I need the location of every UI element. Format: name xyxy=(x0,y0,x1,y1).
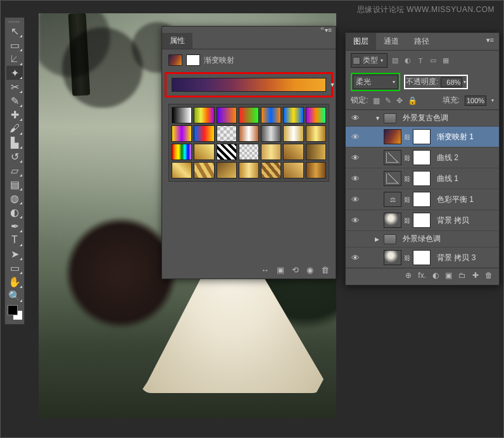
filter-smart-icon[interactable]: ▦ xyxy=(441,56,451,66)
eyedropper-tool[interactable]: ✎ xyxy=(6,94,23,108)
layer-row[interactable]: 👁⛓渐变映射 1 xyxy=(346,127,499,147)
filter-shape-icon[interactable]: ▭ xyxy=(428,56,438,66)
mask-thumb[interactable] xyxy=(413,171,431,186)
fill-stepper-icon[interactable]: ▾ xyxy=(491,97,494,103)
crop-tool[interactable]: ✂ xyxy=(6,80,23,94)
lock-all-icon[interactable]: 🔒 xyxy=(408,96,417,105)
visibility-eye-icon[interactable]: 👁 xyxy=(350,153,361,163)
lock-trans-icon[interactable]: ▦ xyxy=(373,96,380,105)
color-swatches[interactable] xyxy=(6,303,23,323)
foreground-color-swatch[interactable] xyxy=(8,305,18,315)
hand-tool[interactable]: ✋ xyxy=(6,275,23,289)
gradient-preset[interactable] xyxy=(239,162,259,178)
gradient-preset[interactable] xyxy=(283,162,303,178)
gradient-preset[interactable] xyxy=(217,107,237,123)
layer-thumb[interactable] xyxy=(384,150,401,165)
visibility-eye-icon[interactable]: 👁 xyxy=(350,195,361,204)
panel-collapse-icon[interactable]: « xyxy=(320,24,324,32)
move-tool[interactable]: ↖ xyxy=(6,24,23,38)
link-icon[interactable]: ⛓ xyxy=(404,154,410,161)
visibility-eye-icon[interactable]: 👁 xyxy=(350,113,361,123)
group-twisty-icon[interactable]: ▼ xyxy=(375,115,381,122)
layer-footer-icon-3[interactable]: ▣ xyxy=(445,271,452,280)
shape-tool[interactable]: ▭ xyxy=(6,261,23,275)
dodge-tool[interactable]: ◐ xyxy=(6,205,23,219)
lock-pos-icon[interactable]: ✥ xyxy=(396,96,403,105)
history-brush-tool[interactable]: ↺ xyxy=(6,149,23,163)
pen-tool[interactable]: ✒ xyxy=(6,219,23,233)
prop-footer-icon-1[interactable]: ▣ xyxy=(277,265,284,275)
layer-footer-icon-2[interactable]: ◐ xyxy=(432,271,439,280)
link-icon[interactable]: ⛓ xyxy=(404,196,410,203)
gradient-preset[interactable] xyxy=(261,107,281,123)
visibility-eye-icon[interactable]: 👁 xyxy=(350,253,361,263)
gradient-preset[interactable] xyxy=(172,107,192,123)
gradient-preset[interactable] xyxy=(283,144,303,160)
stamp-tool[interactable]: ▙ xyxy=(6,135,23,149)
gradient-preset[interactable] xyxy=(261,162,281,178)
mask-thumb[interactable] xyxy=(413,250,431,265)
prop-footer-icon-2[interactable]: ⟲ xyxy=(292,265,299,275)
filter-type-icon[interactable]: T xyxy=(415,56,425,66)
blur-tool[interactable]: ◍ xyxy=(6,191,23,205)
gradient-preset[interactable] xyxy=(194,107,214,123)
gradient-preset[interactable] xyxy=(172,162,192,178)
layer-footer-icon-5[interactable]: ✚ xyxy=(472,271,479,280)
mask-thumb[interactable] xyxy=(413,150,431,165)
layer-footer-icon-6[interactable]: 🗑 xyxy=(485,271,493,280)
opacity-input[interactable]: 68% xyxy=(441,77,462,87)
fill-input[interactable]: 100% xyxy=(465,96,486,106)
gradient-preset[interactable] xyxy=(172,125,192,142)
layer-row[interactable]: ▶外景绿色调 xyxy=(346,231,499,247)
panel-menu-icon[interactable]: ▾≡ xyxy=(481,33,499,50)
tab-paths[interactable]: 路径 xyxy=(406,33,437,50)
tab-layers[interactable]: 图层 xyxy=(346,33,376,50)
visibility-eye-icon[interactable]: 👁 xyxy=(350,174,361,184)
tab-properties[interactable]: 属性 xyxy=(162,33,192,49)
gradient-tool[interactable]: ▤ xyxy=(6,177,23,191)
layer-footer-icon-0[interactable]: ⊕ xyxy=(405,271,412,280)
gradient-preset[interactable] xyxy=(194,144,214,160)
visibility-eye-icon[interactable]: 👁 xyxy=(350,216,361,225)
gradient-preset[interactable] xyxy=(194,125,214,142)
layer-footer-icon-4[interactable]: 🗀 xyxy=(458,271,466,280)
prop-footer-icon-3[interactable]: ◉ xyxy=(306,265,313,275)
layer-thumb[interactable] xyxy=(384,129,401,144)
mask-thumb[interactable] xyxy=(413,213,431,228)
marquee-tool[interactable]: ▭ xyxy=(6,38,23,52)
gradient-preset[interactable] xyxy=(306,125,326,142)
layer-row[interactable]: 👁⚖⛓色彩平衡 1 xyxy=(346,189,499,210)
gradient-preset[interactable] xyxy=(261,125,281,142)
gradient-preset[interactable] xyxy=(306,107,326,123)
gradient-dropdown-icon[interactable]: ▼ xyxy=(327,78,337,92)
gradient-preview[interactable] xyxy=(172,78,326,92)
prop-footer-icon-4[interactable]: 🗑 xyxy=(321,265,329,275)
lock-paint-icon[interactable]: ✎ xyxy=(385,96,391,105)
gradient-preset[interactable] xyxy=(239,107,259,123)
gradient-preset[interactable] xyxy=(217,162,237,178)
link-icon[interactable]: ⛓ xyxy=(404,175,410,182)
layer-thumb[interactable] xyxy=(384,250,401,265)
gradient-preset[interactable] xyxy=(239,125,259,142)
link-icon[interactable]: ⛓ xyxy=(404,254,410,261)
gradient-preset[interactable] xyxy=(239,144,259,160)
gradient-preset[interactable] xyxy=(306,144,326,160)
gradient-preset[interactable] xyxy=(261,144,281,160)
mask-thumb[interactable] xyxy=(413,129,431,144)
layer-filter-dropdown[interactable]: 类型▾ xyxy=(351,53,387,68)
eraser-tool[interactable]: ▱ xyxy=(6,163,23,177)
gradient-preset[interactable] xyxy=(283,107,303,123)
link-icon[interactable]: ⛓ xyxy=(404,217,410,224)
layer-thumb[interactable]: ⚖ xyxy=(384,192,401,207)
panel-grip[interactable] xyxy=(6,19,23,24)
link-icon[interactable]: ⛓ xyxy=(404,134,410,141)
filter-pixel-icon[interactable]: ▧ xyxy=(390,56,400,66)
prop-footer-icon-0[interactable]: ↔ xyxy=(261,265,269,275)
layer-footer-icon-1[interactable]: fx. xyxy=(418,271,426,280)
brush-tool[interactable]: 🖌 xyxy=(6,122,23,135)
layer-thumb[interactable] xyxy=(384,171,401,186)
blend-mode-dropdown[interactable]: 柔光▾ xyxy=(353,75,398,89)
lasso-tool[interactable]: ⟀ xyxy=(6,52,23,66)
layer-thumb[interactable] xyxy=(384,213,401,228)
mask-thumb[interactable] xyxy=(413,192,431,207)
